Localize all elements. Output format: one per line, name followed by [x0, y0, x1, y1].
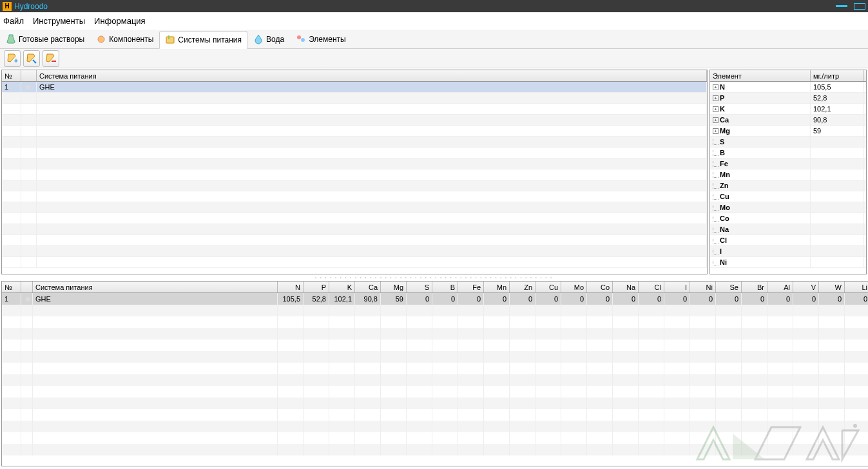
table-row[interactable]: [2, 191, 707, 202]
table-row[interactable]: Zn: [710, 180, 866, 191]
col-header-W[interactable]: W: [819, 282, 845, 292]
table-row[interactable]: [2, 432, 868, 444]
col-header-Al[interactable]: Al: [767, 282, 793, 292]
table-row[interactable]: [2, 421, 868, 432]
table-row[interactable]: Cl: [710, 235, 866, 246]
table-row[interactable]: Na: [710, 224, 866, 235]
col-header-value[interactable]: мг./литр: [811, 70, 863, 81]
col-header-Cl[interactable]: Cl: [639, 282, 664, 292]
table-row[interactable]: [2, 115, 707, 126]
col-header-B[interactable]: B: [432, 282, 458, 292]
table-row[interactable]: [2, 202, 707, 213]
table-row[interactable]: [2, 126, 707, 137]
expand-icon[interactable]: +: [713, 117, 719, 123]
table-row[interactable]: [2, 137, 707, 148]
col-header-N[interactable]: N: [278, 282, 304, 292]
col-header-name[interactable]: Система питания: [33, 282, 278, 292]
table-row[interactable]: [2, 213, 707, 224]
col-header-Na[interactable]: Na: [613, 282, 639, 292]
table-row[interactable]: [2, 374, 868, 386]
col-header-name[interactable]: Система питания: [37, 70, 707, 81]
tab-elements[interactable]: Элементы: [290, 30, 352, 48]
table-row[interactable]: [2, 444, 868, 455]
table-row[interactable]: [2, 340, 868, 351]
table-row[interactable]: +N105,5: [710, 82, 866, 93]
col-header-Br[interactable]: Br: [742, 282, 767, 292]
expand-icon[interactable]: +: [713, 106, 719, 112]
col-header-star[interactable]: [21, 282, 33, 292]
table-row[interactable]: +Mg59: [710, 126, 866, 137]
menu-tools[interactable]: Инструменты: [33, 16, 85, 26]
menu-info[interactable]: Информация: [94, 16, 146, 26]
table-row[interactable]: Ni: [710, 257, 866, 268]
col-header-I[interactable]: I: [664, 282, 690, 292]
maximize-button[interactable]: [854, 3, 865, 10]
expand-icon[interactable]: +: [713, 95, 719, 101]
table-row[interactable]: [2, 363, 868, 374]
table-row[interactable]: Cu: [710, 191, 866, 202]
table-row[interactable]: I: [710, 246, 866, 257]
table-row[interactable]: [2, 409, 868, 421]
col-header-Mn[interactable]: Mn: [484, 282, 510, 292]
star-icon[interactable]: ★: [24, 294, 32, 304]
table-row[interactable]: [2, 351, 868, 363]
table-row[interactable]: [2, 148, 707, 158]
table-row[interactable]: [2, 257, 707, 268]
col-header-Mo[interactable]: Mo: [561, 282, 587, 292]
table-row[interactable]: S: [710, 137, 866, 148]
col-header-Cu[interactable]: Cu: [535, 282, 561, 292]
remove-button[interactable]: [43, 50, 59, 67]
col-header-Fe[interactable]: Fe: [458, 282, 484, 292]
col-header-Se[interactable]: Se: [716, 282, 742, 292]
col-header-star[interactable]: [21, 70, 37, 81]
table-row[interactable]: B: [710, 148, 866, 158]
table-row[interactable]: Mo: [710, 202, 866, 213]
elements-grid[interactable]: Элемент мг./литр +N105,5+P52,8+K102,1+Ca…: [709, 70, 867, 274]
col-header-V[interactable]: V: [793, 282, 819, 292]
table-row[interactable]: Fe: [710, 158, 866, 169]
tab-solutions[interactable]: Готовые растворы: [0, 30, 90, 48]
col-header-K[interactable]: K: [329, 282, 355, 292]
table-row[interactable]: [2, 180, 707, 191]
table-row[interactable]: [2, 386, 868, 397]
table-row[interactable]: Mn: [710, 169, 866, 180]
minimize-button[interactable]: [836, 5, 847, 7]
expand-icon[interactable]: +: [713, 84, 719, 90]
col-header-Li[interactable]: Li: [845, 282, 868, 292]
col-header-P[interactable]: P: [304, 282, 329, 292]
col-header-S[interactable]: S: [407, 282, 432, 292]
add-button[interactable]: +: [4, 50, 21, 67]
feeding-systems-grid[interactable]: № Система питания 1★GHE: [1, 70, 708, 274]
table-row[interactable]: [2, 93, 707, 104]
table-row[interactable]: +K102,1: [710, 104, 866, 115]
col-header-number[interactable]: №: [2, 282, 21, 292]
tab-water[interactable]: Вода: [247, 30, 290, 48]
star-icon[interactable]: ★: [24, 82, 32, 92]
table-row[interactable]: [2, 169, 707, 180]
col-header-Ni[interactable]: Ni: [690, 282, 716, 292]
table-row[interactable]: +P52,8: [710, 93, 866, 104]
table-row[interactable]: [2, 316, 868, 328]
table-row[interactable]: [2, 104, 707, 115]
table-row[interactable]: [2, 305, 868, 316]
col-header-Mg[interactable]: Mg: [381, 282, 407, 292]
table-row[interactable]: [2, 235, 707, 246]
tab-feeding-systems[interactable]: Системы питания: [159, 31, 247, 49]
table-row[interactable]: Co: [710, 213, 866, 224]
table-row[interactable]: [2, 328, 868, 340]
summary-grid[interactable]: №Система питанияNPKCaMgSBFeMnZnCuMoCoNaC…: [1, 281, 868, 466]
table-row[interactable]: [2, 224, 707, 235]
table-row[interactable]: [2, 246, 707, 257]
col-header-Zn[interactable]: Zn: [510, 282, 535, 292]
expand-icon[interactable]: +: [713, 128, 719, 134]
table-row[interactable]: [2, 158, 707, 169]
col-header-Ca[interactable]: Ca: [355, 282, 381, 292]
menu-file[interactable]: Файл: [3, 16, 24, 26]
col-header-Co[interactable]: Co: [587, 282, 613, 292]
table-row[interactable]: 1★GHE105,552,8102,190,859000000000000000…: [2, 293, 868, 305]
tab-components[interactable]: Компоненты: [90, 30, 159, 48]
table-row[interactable]: 1★GHE: [2, 82, 707, 93]
table-row[interactable]: +Ca90,8: [710, 115, 866, 126]
table-row[interactable]: [2, 397, 868, 409]
horizontal-splitter[interactable]: • • • • • • • • • • • • • • • • • • • • …: [0, 274, 868, 281]
